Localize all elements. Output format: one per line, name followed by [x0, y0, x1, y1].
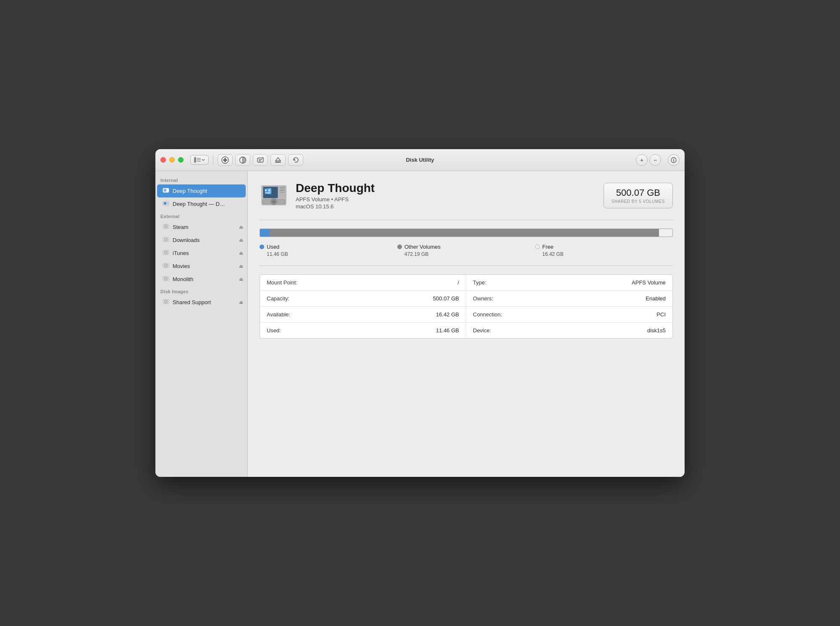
svg-point-49: [268, 189, 270, 191]
sidebar-item-monolith[interactable]: Monolith ⏏: [155, 273, 247, 286]
restore-button[interactable]: [288, 154, 303, 166]
eject-monolith-icon[interactable]: ⏏: [239, 276, 243, 282]
info-value-4: 16.42 GB: [436, 311, 459, 318]
legend-dot-free: [535, 245, 540, 249]
storage-bar-free: [659, 229, 672, 237]
add-volume-button[interactable]: +: [636, 154, 648, 166]
legend-other-label: Other Volumes: [404, 244, 441, 250]
svg-rect-2: [197, 160, 201, 160]
info-key-0: Mount Point:: [267, 279, 297, 286]
storage-bar-section: Used 11.46 GB Other Volumes 472.19 GB: [260, 229, 673, 257]
info-key-5: Connection:: [473, 311, 502, 318]
sidebar-monolith-label: Monolith: [173, 276, 236, 282]
info-cell-1: Type:APFS Volume: [466, 275, 672, 291]
remove-volume-button[interactable]: −: [649, 154, 661, 166]
disk-icon-movies: [162, 262, 170, 271]
disk-icon-shared-support: [162, 298, 170, 307]
internal-disk-icon: [162, 187, 170, 194]
partition-icon: [239, 156, 247, 164]
legend-other: Other Volumes 472.19 GB: [397, 244, 535, 257]
svg-rect-6: [223, 159, 227, 160]
sidebar: Internal Deep Thought: [155, 171, 248, 477]
info-key-2: Capacity:: [267, 295, 289, 302]
eject-shared-support-icon[interactable]: ⏏: [239, 300, 243, 305]
chevron-down-icon: [202, 158, 205, 162]
internal-section-label: Internal: [155, 174, 247, 184]
info-key-7: Device:: [473, 327, 491, 334]
sidebar-steam-label: Steam: [173, 224, 236, 230]
sidebar-item-movies[interactable]: Movies ⏏: [155, 260, 247, 273]
sidebar-item-downloads[interactable]: Downloads ⏏: [155, 234, 247, 247]
erase-icon: [257, 156, 264, 164]
info-icon: [671, 157, 677, 163]
svg-point-26: [165, 226, 166, 227]
eject-downloads-icon[interactable]: ⏏: [239, 237, 243, 243]
info-cell-5: Connection:PCI: [466, 307, 672, 323]
info-cell-3: Owners:Enabled: [466, 291, 672, 307]
eject-itunes-icon[interactable]: ⏏: [239, 250, 243, 256]
disk-header: Deep Thought APFS Volume • APFS macOS 10…: [260, 181, 673, 210]
disk-info: Deep Thought APFS Volume • APFS macOS 10…: [296, 181, 604, 210]
disk-size-number: 500.07 GB: [612, 187, 665, 198]
unmount-button[interactable]: [270, 154, 286, 166]
external-disk-icon-3: [162, 249, 170, 256]
legend-used-value: 11.46 GB: [260, 251, 397, 257]
disk-size-label: SHARED BY 5 VOLUMES: [612, 199, 665, 204]
external-section-label: External: [155, 210, 247, 221]
svg-point-32: [165, 252, 166, 253]
info-value-2: 500.07 GB: [433, 295, 459, 302]
disk-subtitle: APFS Volume • APFS: [296, 196, 604, 203]
info-cell-7: Device:disk1s5: [466, 323, 672, 338]
sidebar-item-steam[interactable]: Steam ⏏: [155, 221, 247, 234]
erase-button[interactable]: [253, 154, 268, 166]
sidebar-item-deep-thought-d[interactable]: Deep Thought — D…: [155, 197, 247, 210]
svg-point-20: [167, 190, 168, 191]
divider-1: [260, 220, 673, 220]
main-layout: Internal Deep Thought: [155, 171, 685, 477]
sidebar-item-itunes[interactable]: iTunes ⏏: [155, 247, 247, 260]
info-value-7: disk1s5: [647, 327, 666, 334]
first-aid-icon: [221, 156, 229, 164]
sidebar-downloads-label: Downloads: [173, 237, 236, 243]
info-value-0: /: [457, 279, 459, 286]
legend-used: Used 11.46 GB: [260, 244, 397, 257]
disk-icon-downloads: [162, 236, 170, 245]
minimize-button[interactable]: [169, 157, 175, 163]
disk-os: macOS 10.15.6: [296, 203, 604, 210]
svg-point-23: [167, 203, 168, 204]
disk-icon-itunes: [162, 249, 170, 258]
legend-dot-other: [397, 245, 402, 249]
sidebar-itunes-label: iTunes: [173, 250, 236, 256]
maximize-button[interactable]: [178, 157, 184, 163]
info-cell-6: Used:11.46 GB: [260, 323, 466, 338]
titlebar: Disk Utility + −: [155, 149, 685, 171]
info-value-6: 11.46 GB: [436, 327, 459, 334]
eject-steam-icon[interactable]: ⏏: [239, 224, 243, 230]
sidebar-item-deep-thought[interactable]: Deep Thought: [157, 184, 246, 197]
external-disk-icon-5: [162, 275, 170, 282]
divider-2: [260, 266, 673, 266]
disk-images-section-label: Disk Images: [155, 286, 247, 296]
sidebar-item-shared-support[interactable]: Shared Support ⏏: [155, 296, 247, 309]
content-area: Deep Thought APFS Volume • APFS macOS 10…: [248, 171, 685, 477]
close-button[interactable]: [160, 157, 166, 163]
window-title: Disk Utility: [406, 157, 434, 163]
first-aid-button[interactable]: [218, 154, 233, 166]
svg-rect-19: [164, 189, 166, 192]
svg-rect-50: [280, 187, 285, 189]
info-button[interactable]: [668, 154, 680, 166]
legend-free: Free 16.42 GB: [535, 244, 673, 257]
partition-button[interactable]: [235, 154, 250, 166]
disk-icon-deep-thought: [162, 187, 170, 195]
sidebar-toggle-button[interactable]: [190, 155, 209, 165]
info-value-1: APFS Volume: [632, 279, 666, 286]
unmount-icon: [274, 156, 282, 164]
info-key-4: Available:: [267, 311, 290, 318]
disk-icon-monolith: [162, 275, 170, 284]
disk-image-icon: [162, 298, 170, 305]
toolbar-right: + −: [636, 154, 680, 166]
eject-movies-icon[interactable]: ⏏: [239, 263, 243, 269]
svg-point-48: [265, 189, 267, 191]
disk-icon-steam: [162, 223, 170, 231]
svg-rect-51: [280, 189, 285, 191]
